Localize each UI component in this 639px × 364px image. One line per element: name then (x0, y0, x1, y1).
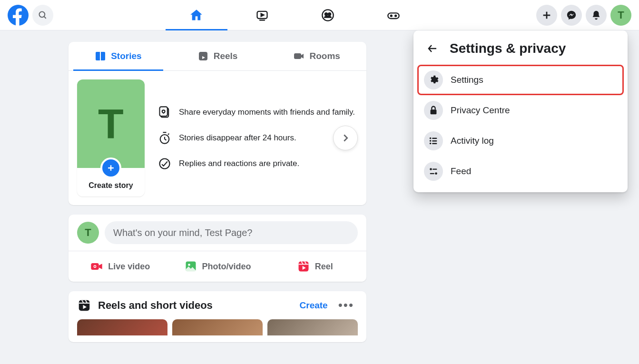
bell-icon (591, 10, 601, 20)
svg-point-44 (430, 168, 432, 170)
header-left (8, 5, 53, 26)
reels-icon (197, 50, 209, 62)
tab-reels-label: Reels (214, 51, 238, 61)
story-info: Share everyday moments with friends and … (158, 101, 355, 175)
reels-section-icon (77, 298, 91, 313)
composer-avatar[interactable]: T (77, 222, 99, 244)
create-button[interactable] (536, 5, 557, 26)
reels-create-link[interactable]: Create (300, 300, 328, 311)
photo-video-action[interactable]: Photo/video (169, 254, 266, 279)
arrow-left-icon (427, 43, 438, 54)
stories-next-button[interactable] (333, 126, 358, 150)
chevron-right-icon (340, 133, 351, 143)
reel-thumbnail[interactable] (172, 319, 263, 335)
settings-icon-wrap (424, 70, 443, 89)
settings-privacy-dropdown: Settings & privacy Settings Privacy Cent… (413, 30, 628, 192)
add-story-plus (100, 157, 121, 178)
svg-rect-41 (432, 140, 437, 141)
reels-title: Reels and short videos (98, 299, 293, 312)
feed-settings-icon (428, 166, 439, 177)
nav-gaming[interactable] (363, 1, 424, 30)
live-video-label: Live video (108, 262, 150, 272)
reels-header: Reels and short videos Create ••• (77, 298, 358, 313)
create-story-avatar: T (77, 79, 145, 168)
watch-icon (256, 9, 269, 22)
svg-point-42 (430, 143, 432, 145)
nav-groups[interactable] (297, 1, 359, 30)
story-info-row-2: Stories disappear after 24 hours. (158, 131, 355, 145)
header-nav (53, 1, 536, 30)
svg-rect-47 (430, 173, 434, 174)
live-video-action[interactable]: Live video (71, 254, 169, 279)
svg-rect-37 (431, 109, 437, 114)
tab-reels[interactable]: Reels (168, 42, 267, 70)
svg-point-38 (430, 138, 432, 139)
messenger-button[interactable] (561, 5, 582, 26)
svg-point-7 (324, 13, 327, 15)
tab-stories[interactable]: Stories (69, 42, 168, 70)
reel-action[interactable]: Reel (266, 254, 364, 279)
avatar-initial: T (98, 99, 124, 148)
nav-watch[interactable] (231, 1, 293, 30)
tab-rooms[interactable]: Rooms (267, 42, 366, 70)
dropdown-back-button[interactable] (424, 40, 441, 57)
stories-tabs: Stories Reels Rooms (69, 42, 366, 71)
plus-icon (541, 10, 552, 20)
gear-icon (428, 75, 439, 85)
live-video-icon (90, 260, 103, 273)
timer-icon (158, 131, 171, 145)
menu-item-privacy[interactable]: Privacy Centre (417, 95, 624, 126)
photo-video-icon (184, 260, 197, 273)
stories-card: Stories Reels Rooms T Create story (69, 42, 366, 205)
svg-rect-39 (432, 138, 437, 139)
reel-thumbnail[interactable] (77, 319, 167, 335)
header-right: T (536, 5, 631, 26)
dropdown-header: Settings & privacy (417, 36, 624, 65)
svg-rect-43 (432, 143, 437, 144)
menu-item-activity[interactable]: Activity log (417, 126, 624, 156)
photo-video-label: Photo/video (202, 262, 251, 272)
reels-thumbnails (77, 319, 358, 335)
svg-point-10 (390, 15, 392, 16)
svg-rect-9 (388, 13, 399, 19)
activity-icon-wrap (424, 131, 443, 150)
svg-marker-5 (261, 13, 264, 16)
menu-item-feed[interactable]: Feed (417, 156, 624, 187)
search-button[interactable] (32, 5, 53, 26)
create-story-tile[interactable]: T Create story (77, 79, 145, 197)
tab-rooms-label: Rooms (309, 51, 340, 61)
feed-icon-wrap (424, 162, 443, 181)
composer-top: T What's on your mind, Test Page? (69, 215, 366, 251)
reel-icon (297, 260, 310, 273)
reel-thumbnail[interactable] (267, 319, 358, 335)
gaming-icon (387, 9, 400, 22)
dropdown-title: Settings & privacy (450, 41, 566, 56)
svg-rect-34 (79, 300, 90, 311)
cards-heart-icon (158, 106, 171, 119)
composer-input[interactable]: What's on your mind, Test Page? (105, 221, 358, 244)
svg-point-40 (430, 140, 432, 142)
svg-rect-20 (160, 107, 167, 116)
svg-point-31 (188, 264, 190, 266)
stories-icon (95, 50, 106, 62)
reels-more-button[interactable]: ••• (334, 298, 358, 313)
account-button[interactable]: T (610, 5, 631, 26)
stories-body: T Create story Share everyday moments wi… (69, 71, 366, 205)
menu-item-settings[interactable]: Settings (417, 65, 624, 95)
rooms-icon (293, 50, 305, 62)
facebook-logo[interactable] (8, 5, 29, 26)
notifications-button[interactable] (586, 5, 607, 26)
reply-private-icon (158, 157, 171, 170)
home-icon (190, 9, 203, 22)
story-info-text-2: Stories disappear after 24 hours. (179, 133, 296, 143)
svg-line-23 (165, 139, 167, 140)
story-info-row-3: Replies and reactions are private. (158, 157, 355, 170)
menu-label-activity: Activity log (451, 136, 494, 146)
svg-point-11 (395, 15, 396, 16)
list-icon (428, 136, 439, 146)
menu-label-settings: Settings (451, 75, 483, 85)
svg-line-25 (168, 134, 169, 135)
nav-home[interactable] (166, 1, 227, 30)
groups-icon (321, 9, 334, 22)
svg-rect-45 (433, 169, 437, 170)
